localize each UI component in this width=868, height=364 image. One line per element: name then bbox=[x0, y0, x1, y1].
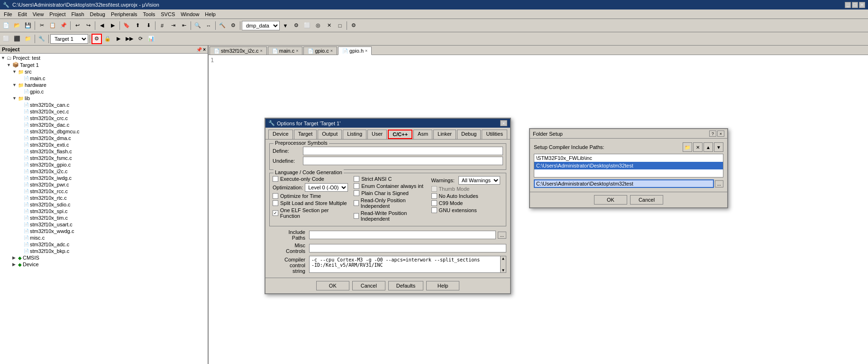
tb2-btn4[interactable]: 🔧 bbox=[37, 34, 47, 44]
num-btn[interactable]: # bbox=[157, 20, 167, 31]
target-dropdown[interactable]: Target 1 bbox=[50, 34, 88, 44]
folder-ok-btn[interactable]: OK bbox=[594, 195, 627, 205]
options-ok-btn[interactable]: OK bbox=[316, 281, 349, 290]
tab-listing[interactable]: Listing bbox=[343, 130, 366, 139]
c99-cb[interactable] bbox=[431, 200, 437, 206]
func-btn1[interactable]: ▼ bbox=[280, 20, 291, 31]
menu-svcs[interactable]: SVCS bbox=[158, 10, 178, 18]
tree-iwdg-c[interactable]: 📄 stm32f10x_iwdg.c bbox=[1, 175, 207, 181]
folder-dialog-help-btn[interactable]: ? bbox=[709, 131, 716, 137]
build-btn[interactable]: 🔨 bbox=[217, 20, 228, 31]
tb2-btn5[interactable]: 🔒 bbox=[102, 34, 113, 44]
gnu-ext-cb[interactable] bbox=[431, 207, 437, 213]
menu-edit[interactable]: Edit bbox=[15, 10, 30, 18]
tab-debug[interactable]: Debug bbox=[457, 130, 481, 139]
tab-gpio-h[interactable]: 📄 gpio.h × bbox=[338, 47, 372, 55]
tab-user[interactable]: User bbox=[367, 130, 387, 139]
tree-rcc-c[interactable]: 📄 stm32f10x_rcc.c bbox=[1, 188, 207, 195]
tree-project[interactable]: ▼ 🗂 Project: test bbox=[1, 55, 207, 61]
exec-only-cb[interactable] bbox=[273, 176, 278, 182]
tb2-btn6[interactable]: ▶ bbox=[113, 34, 124, 44]
thumb-cb[interactable] bbox=[431, 186, 437, 192]
tab-output[interactable]: Output bbox=[318, 130, 342, 139]
tb2-btn8[interactable]: ⟳ bbox=[135, 34, 146, 44]
tree-exti-c[interactable]: 📄 stm32f10x_exti.c bbox=[1, 141, 207, 148]
tab-linker[interactable]: Linker bbox=[433, 130, 456, 139]
tab-i2c-close[interactable]: × bbox=[260, 48, 262, 53]
tab-cpp[interactable]: C/C++ bbox=[388, 130, 412, 139]
panel-close-btn[interactable]: × bbox=[203, 47, 206, 52]
search-btn[interactable]: 🔍 bbox=[192, 20, 203, 31]
options-defaults-btn[interactable]: Defaults bbox=[388, 281, 423, 290]
tab-asm[interactable]: Asm bbox=[413, 130, 432, 139]
close-button[interactable]: × bbox=[859, 2, 865, 8]
tree-crc-c[interactable]: 📄 stm32f10x_crc.c bbox=[1, 115, 207, 121]
scroll-down-btn[interactable]: ▼ bbox=[502, 268, 504, 272]
tb2-btn7[interactable]: ▶▶ bbox=[124, 34, 135, 44]
delete-btn[interactable]: ✕ bbox=[693, 142, 703, 152]
tree-misc-c[interactable]: 📄 misc.c bbox=[1, 234, 207, 241]
one-elf-cb[interactable] bbox=[273, 210, 278, 216]
tab-target[interactable]: Target bbox=[294, 130, 317, 139]
panel-pin-btn[interactable]: 📌 bbox=[196, 47, 202, 52]
tree-pwr-c[interactable]: 📄 stm32f10x_pwr.c bbox=[1, 181, 207, 188]
bookmark-btn[interactable]: 🔖 bbox=[121, 20, 132, 31]
menu-tools[interactable]: Tools bbox=[140, 10, 158, 18]
menu-project[interactable]: Project bbox=[46, 10, 68, 18]
tab-gpio-c[interactable]: 📄 gpio.c × bbox=[303, 47, 337, 55]
tree-hardware[interactable]: ▼ 📁 hardware bbox=[1, 82, 207, 88]
warnings-select[interactable]: All Warnings bbox=[458, 176, 500, 185]
folder-cancel-btn[interactable]: Cancel bbox=[630, 195, 663, 205]
tree-dac-c[interactable]: 📄 stm32f10x_dac.c bbox=[1, 121, 207, 128]
forward-btn[interactable]: ▶ bbox=[108, 20, 118, 31]
tree-lib[interactable]: ▼ 📁 lib bbox=[1, 95, 207, 102]
func-btn5[interactable]: ✕ bbox=[324, 20, 334, 31]
tree-cec-c[interactable]: 📄 stm32f10x_cec.c bbox=[1, 108, 207, 115]
tree-cmsis[interactable]: ▶ ◆ CMSIS bbox=[1, 254, 207, 261]
undo-btn[interactable]: ↩ bbox=[72, 20, 82, 31]
tree-device[interactable]: ▶ ◆ Device bbox=[1, 261, 207, 268]
move-up-btn[interactable]: ▲ bbox=[704, 142, 713, 152]
tb2-btn1[interactable]: ⬜ bbox=[1, 34, 11, 44]
readonly-cb[interactable] bbox=[354, 200, 359, 206]
tree-bkp-c[interactable]: 📄 stm32f10x_bkp.c bbox=[1, 248, 207, 254]
include-paths-input[interactable] bbox=[309, 231, 496, 239]
func-btn6[interactable]: □ bbox=[335, 20, 345, 31]
options-cancel-btn[interactable]: Cancel bbox=[352, 281, 385, 290]
opt-time-cb[interactable] bbox=[273, 193, 278, 199]
tab-main-close[interactable]: × bbox=[296, 48, 298, 53]
tb2-btn2[interactable]: ⬛ bbox=[12, 34, 22, 44]
plain-char-cb[interactable] bbox=[354, 190, 359, 196]
paste-btn[interactable]: 📌 bbox=[58, 20, 69, 31]
tab-device[interactable]: Device bbox=[268, 130, 293, 139]
func-dropdown[interactable]: dmp_data bbox=[242, 21, 280, 30]
tree-gpio-c[interactable]: 📄 gpio.c bbox=[1, 88, 207, 95]
tree-dma-c[interactable]: 📄 stm32f10x_dma.c bbox=[1, 135, 207, 141]
tree-target1[interactable]: ▼ 📦 Target 1 bbox=[1, 61, 207, 68]
outdent-btn[interactable]: ⇤ bbox=[179, 20, 189, 31]
menu-file[interactable]: File bbox=[1, 10, 15, 18]
include-item-fwlib[interactable]: \STM32F10x_FWLib\inc bbox=[534, 154, 723, 162]
readwrite-cb[interactable] bbox=[354, 213, 358, 219]
define-input[interactable] bbox=[303, 147, 503, 155]
new-folder-btn[interactable]: 📁 bbox=[683, 142, 692, 152]
menu-view[interactable]: View bbox=[30, 10, 47, 18]
tree-spi-c[interactable]: 📄 stm32f10x_spi.c bbox=[1, 208, 207, 215]
no-auto-cb[interactable] bbox=[431, 193, 437, 199]
menu-debug[interactable]: Debug bbox=[87, 10, 108, 18]
next-bookmark-btn[interactable]: ⬇ bbox=[143, 20, 154, 31]
tab-main[interactable]: 📄 main.c × bbox=[268, 47, 303, 55]
prev-bookmark-btn[interactable]: ⬆ bbox=[132, 20, 143, 31]
tree-flash-c[interactable]: 📄 stm32f10x_flash.c bbox=[1, 148, 207, 155]
move-down-btn[interactable]: ▼ bbox=[714, 142, 723, 152]
optimization-select[interactable]: Level 0 (-O0) bbox=[305, 183, 348, 192]
tree-main-c[interactable]: 📄 main.c bbox=[1, 75, 207, 82]
options-help-btn[interactable]: Help bbox=[426, 281, 459, 290]
menu-help[interactable]: Help bbox=[202, 10, 219, 18]
tb2-btn3[interactable]: 📁 bbox=[23, 34, 33, 44]
menu-peripherals[interactable]: Peripherals bbox=[108, 10, 140, 18]
tab-gpio-c-close[interactable]: × bbox=[330, 48, 333, 53]
tree-rtc-c[interactable]: 📄 stm32f10x_rtc.c bbox=[1, 195, 207, 201]
compile-btn[interactable]: ⚙ bbox=[228, 20, 238, 31]
enum-container-cb[interactable] bbox=[354, 183, 359, 189]
